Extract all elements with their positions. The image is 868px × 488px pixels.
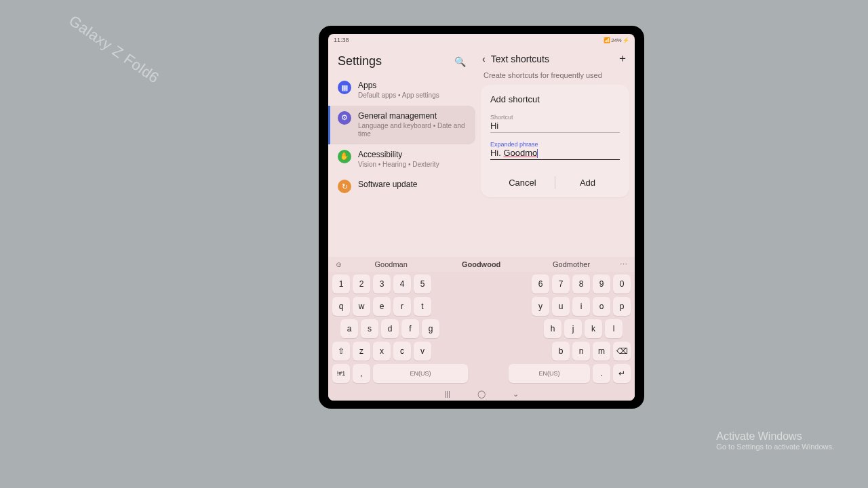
expanded-phrase-field[interactable]: Expanded phrase Hi. Goodmo [490,141,620,160]
general-icon: ⚙ [338,111,351,125]
product-box-text: Galaxy Z Fold6 [66,12,163,87]
key-j[interactable]: j [564,319,582,338]
key-7[interactable]: 7 [552,274,570,293]
key-e[interactable]: e [373,297,391,316]
key-5[interactable]: 5 [414,274,431,293]
dialog-actions: Cancel Add [490,168,620,193]
key-t[interactable]: t [414,297,431,316]
key-a[interactable]: a [340,319,358,338]
key-v[interactable]: v [414,342,431,361]
nav-collapse-icon[interactable]: ⌄ [513,390,519,399]
settings-item-sub: Language and keyboard • Date and time [358,122,466,139]
settings-item-accessibility[interactable]: ✋ Accessibility Vision • Hearing • Dexte… [328,144,475,175]
sticker-icon[interactable]: ☺ [335,260,342,268]
cancel-button[interactable]: Cancel [490,172,555,193]
key-shift[interactable]: ⇧ [332,342,350,361]
key-u[interactable]: u [552,297,570,316]
key-z[interactable]: z [353,342,370,361]
key-space-right[interactable]: EN(US) [509,364,590,383]
key-g[interactable]: g [422,319,439,338]
key-i[interactable]: i [572,297,590,316]
shortcuts-desc: Create shortcuts for frequently used [481,70,629,85]
key-o[interactable]: o [593,297,610,316]
key-8[interactable]: 8 [572,274,590,293]
phrase-value: Hi. Goodmo [490,148,620,158]
add-button[interactable]: Add [555,172,620,193]
suggestion-more-icon[interactable]: ⋯ [620,260,628,269]
screen: 11:38 📶 24% ⚡ Settings 🔍 ▦ Apps Default … [328,34,635,401]
key-backspace[interactable]: ⌫ [613,342,631,361]
shortcuts-title: Text shortcuts [491,54,612,64]
shortcut-value: Hi [490,121,620,131]
dialog-title: Add shortcut [490,94,620,104]
suggestion-1[interactable]: Goodman [349,260,433,268]
phrase-label: Expanded phrase [490,141,620,148]
status-time: 11:38 [334,37,349,43]
back-icon[interactable]: ‹ [482,54,486,64]
text-shortcuts-pane: ‹ Text shortcuts ＋ Create shortcuts for … [475,46,635,257]
watermark-line1: Activate Windows [716,430,834,443]
settings-header: Settings 🔍 [328,50,475,75]
key-x[interactable]: x [373,342,391,361]
key-k[interactable]: k [585,319,602,338]
settings-item-label: Accessibility [358,150,439,159]
status-right: 📶 24% ⚡ [604,37,629,43]
settings-item-sub: Vision • Hearing • Dexterity [358,161,439,169]
key-space-left[interactable]: EN(US) [373,364,468,383]
key-b[interactable]: b [552,342,570,361]
nav-home-icon[interactable]: ◯ [477,390,486,399]
key-d[interactable]: d [381,319,399,338]
shortcut-label: Shortcut [490,114,620,121]
shortcuts-header: ‹ Text shortcuts ＋ [481,50,629,70]
key-enter[interactable]: ↵ [613,364,631,383]
keyboard-suggestions: ☺ Goodman Goodwood Godmother ⋯ [328,257,635,272]
settings-item-general-management[interactable]: ⚙ General management Language and keyboa… [328,106,475,144]
key-comma[interactable]: , [353,364,370,383]
key-p[interactable]: p [613,297,631,316]
key-m[interactable]: m [593,342,610,361]
windows-watermark: Activate Windows Go to Settings to activ… [716,430,834,451]
keyboard: 1 2 3 4 5 6 7 8 9 0 q w e [328,272,635,387]
shortcut-field[interactable]: Shortcut Hi [490,114,620,133]
key-1[interactable]: 1 [332,274,350,293]
key-y[interactable]: y [532,297,549,316]
accessibility-icon: ✋ [338,150,351,163]
nav-bar: ||| ◯ ⌄ [328,387,635,401]
key-2[interactable]: 2 [353,274,370,293]
key-c[interactable]: c [393,342,411,361]
settings-item-label: Software update [358,180,417,189]
key-n[interactable]: n [572,342,590,361]
suggestion-2[interactable]: Goodwood [439,260,523,268]
settings-item-sub: Default apps • App settings [358,92,439,100]
page-title: Settings [338,54,382,68]
watermark-line2: Go to Settings to activate Windows. [716,443,834,451]
key-f[interactable]: f [401,319,419,338]
key-symbols[interactable]: !#1 [332,364,350,383]
device-frame: 11:38 📶 24% ⚡ Settings 🔍 ▦ Apps Default … [319,26,644,409]
add-shortcut-dialog: Add shortcut Shortcut Hi Expanded phrase… [481,85,629,197]
key-l[interactable]: l [605,319,623,338]
key-9[interactable]: 9 [593,274,610,293]
suggestion-3[interactable]: Godmother [530,260,613,268]
key-6[interactable]: 6 [532,274,549,293]
key-s[interactable]: s [361,319,378,338]
split-panes: Settings 🔍 ▦ Apps Default apps • App set… [328,46,635,257]
settings-item-label: Apps [358,81,439,90]
key-3[interactable]: 3 [373,274,391,293]
key-h[interactable]: h [544,319,561,338]
key-q[interactable]: q [332,297,350,316]
key-4[interactable]: 4 [393,274,411,293]
settings-item-software-update[interactable]: ↻ Software update [328,174,475,199]
key-w[interactable]: w [353,297,370,316]
settings-pane: Settings 🔍 ▦ Apps Default apps • App set… [328,46,475,257]
nav-recent-icon[interactable]: ||| [444,390,450,398]
search-icon[interactable]: 🔍 [454,56,466,67]
key-0[interactable]: 0 [613,274,631,293]
key-r[interactable]: r [393,297,411,316]
apps-icon: ▦ [338,81,351,94]
add-icon[interactable]: ＋ [617,52,628,66]
update-icon: ↻ [338,180,351,193]
status-bar: 11:38 📶 24% ⚡ [328,34,635,46]
settings-item-apps[interactable]: ▦ Apps Default apps • App settings [328,75,475,106]
key-period[interactable]: . [593,364,610,383]
